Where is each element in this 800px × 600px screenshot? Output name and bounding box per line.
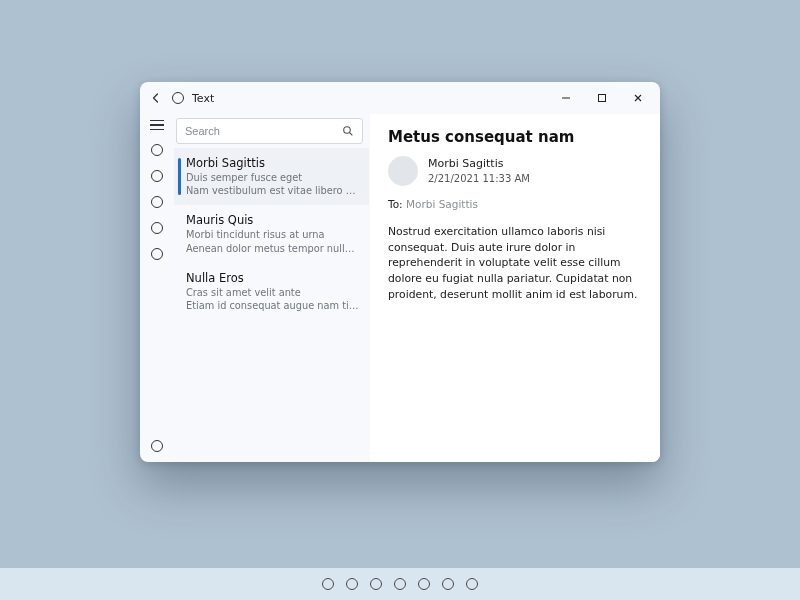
- nav-item-1[interactable]: [151, 144, 163, 156]
- titlebar: Text: [140, 82, 660, 114]
- message-from: Morbi Sagittis: [186, 156, 359, 171]
- message-preview-1: Cras sit amet velit ante: [186, 286, 359, 299]
- taskbar-item[interactable]: [394, 578, 406, 590]
- taskbar-item[interactable]: [370, 578, 382, 590]
- message-from: Mauris Quis: [186, 213, 359, 228]
- search-box[interactable]: [176, 118, 363, 144]
- close-button[interactable]: [620, 84, 656, 112]
- message-item[interactable]: Morbi SagittisDuis semper fusce egetNam …: [174, 148, 369, 205]
- nav-item-4[interactable]: [151, 222, 163, 234]
- to-value: Morbi Sagittis: [406, 198, 478, 210]
- search-input[interactable]: [185, 125, 336, 137]
- message-detail-pane: Metus consequat nam Morbi Sagittis 2/21/…: [370, 114, 660, 462]
- taskbar-item[interactable]: [346, 578, 358, 590]
- message-subject: Metus consequat nam: [388, 128, 644, 146]
- search-icon: [342, 122, 354, 141]
- to-row: To: Morbi Sagittis: [388, 198, 644, 210]
- taskbar-item[interactable]: [418, 578, 430, 590]
- window-title: Text: [192, 92, 214, 105]
- hamburger-icon[interactable]: [150, 120, 164, 130]
- sender-date: 2/21/2021 11:33 AM: [428, 172, 530, 186]
- svg-rect-0: [599, 95, 606, 102]
- message-item[interactable]: Nulla ErosCras sit amet velit anteEtiam …: [174, 263, 369, 320]
- message-preview-1: Duis semper fusce eget: [186, 171, 359, 184]
- message-body: Nostrud exercitation ullamco laboris nis…: [388, 224, 644, 302]
- taskbar-item[interactable]: [466, 578, 478, 590]
- message-item[interactable]: Mauris QuisMorbi tincidunt risus at urna…: [174, 205, 369, 262]
- back-button[interactable]: [148, 90, 164, 106]
- app-icon: [172, 92, 184, 104]
- nav-item-3[interactable]: [151, 196, 163, 208]
- taskbar-item[interactable]: [322, 578, 334, 590]
- message-from: Nulla Eros: [186, 271, 359, 286]
- taskbar-item[interactable]: [442, 578, 454, 590]
- message-preview-1: Morbi tincidunt risus at urna: [186, 228, 359, 241]
- message-preview-2: Aenean dolor metus tempor nulla ac dapib…: [186, 242, 359, 255]
- taskbar: [0, 568, 800, 600]
- nav-item-2[interactable]: [151, 170, 163, 182]
- message-list-pane: Morbi SagittisDuis semper fusce egetNam …: [174, 114, 370, 462]
- avatar: [388, 156, 418, 186]
- nav-item-5[interactable]: [151, 248, 163, 260]
- sender-name: Morbi Sagittis: [428, 157, 530, 172]
- to-label: To:: [388, 198, 403, 210]
- message-preview-2: Etiam id consequat augue nam tincidunt: [186, 299, 359, 312]
- maximize-button[interactable]: [584, 84, 620, 112]
- minimize-button[interactable]: [548, 84, 584, 112]
- message-preview-2: Nam vestibulum est vitae libero finibus …: [186, 184, 359, 197]
- app-window: Text: [140, 82, 660, 462]
- nav-rail: [140, 114, 174, 462]
- nav-item-bottom[interactable]: [151, 440, 163, 452]
